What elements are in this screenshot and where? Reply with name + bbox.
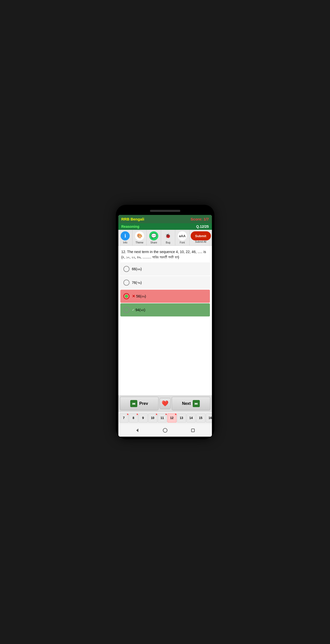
svg-marker-0 [136,429,138,432]
recents-button[interactable] [189,427,197,434]
q-num-13[interactable]: 13 [177,413,186,423]
theme-button[interactable]: 🎨 Theme [133,230,147,245]
question-text: 12. The next term in the sequence 4, 10,… [121,250,206,254]
prev-button[interactable]: ⏮ Prev [120,397,159,410]
header-top: RRB Bengali Score: 1/7 [118,215,212,223]
option-d[interactable]: ✓ 94(৯৪) [120,303,210,316]
submit-all-button[interactable]: Submit Submit All [190,230,212,245]
option-b-text: 76(৭৬) [132,281,142,285]
phone-notch [150,210,180,212]
heart-button[interactable]: ❤️ [160,398,171,409]
q-num-10[interactable]: 10 [148,413,157,423]
next-arrow-icon: ⏭ [193,400,200,407]
option-c[interactable]: ✕ 56(৫৬) [120,290,210,303]
q-num-12[interactable]: 12 [167,413,177,423]
svg-point-1 [163,428,167,432]
next-button[interactable]: Next ⏭ [172,397,210,410]
option-a[interactable]: 66(৬৬) [120,262,210,276]
bug-icon: 🐞 [163,231,172,240]
submit-label: Submit All [195,240,206,243]
option-a-text: 66(৬৬) [132,267,142,271]
back-button[interactable] [134,427,141,434]
subject-label: Reasoning [121,225,140,229]
system-nav [118,424,212,437]
score-display: Score: 1/7 [191,217,209,221]
options-area: 66(৬৬) 76(৭৬) ✕ 56(৫৬) ✓ 94(৯৪) [118,262,212,319]
option-d-text: 94(৯৪) [136,308,145,312]
option-b[interactable]: 76(৭৬) [120,276,210,289]
font-button[interactable]: aAA Font [175,230,189,245]
radio-c-inner [125,295,128,298]
question-strip: 7 8 9 10 11 12 13 14 15 16 17 18 [118,412,212,424]
info-icon: ℹ [121,231,130,240]
q-num-8[interactable]: 8 [129,413,138,423]
heart-icon: ❤️ [162,400,168,407]
next-label: Next [182,401,191,406]
radio-d [123,307,129,313]
q-num-14[interactable]: 14 [187,413,196,423]
bottom-nav: ⏮ Prev ❤️ Next ⏭ [118,395,212,412]
toolbar: ℹ Info 🎨 Theme 💬 Share 🐞 Bug aAA Font Su… [118,230,212,246]
correct-check-icon: ✓ [132,308,135,312]
submit-icon: Submit [191,231,211,240]
share-label: Share [150,241,157,244]
theme-icon: 🎨 [135,231,144,240]
bug-button[interactable]: 🐞 Bug [161,230,175,245]
option-c-text: 56(৫৬) [136,294,146,299]
question-text-bengali: (৪, ১০, ২২, ৪৬, ......... সারির পরবতীঁ প… [121,255,179,259]
question-area: 12. The next term in the sequence 4, 10,… [118,246,212,262]
question-number-display: Q.12/25 [196,225,209,229]
prev-label: Prev [139,401,148,406]
q-num-11[interactable]: 11 [158,413,167,423]
font-label: Font [180,241,185,244]
home-button[interactable] [161,427,169,434]
share-button[interactable]: 💬 Share [147,230,161,245]
theme-label: Theme [136,241,143,244]
q-num-16[interactable]: 16 [206,413,212,423]
q-num-9[interactable]: 9 [139,413,148,423]
app-title: RRB Bengali [121,217,144,221]
radio-a [123,266,129,272]
q-num-15[interactable]: 15 [196,413,205,423]
prev-arrow-icon: ⏮ [130,400,137,407]
svg-rect-2 [191,429,194,432]
share-icon: 💬 [149,231,158,240]
bug-label: Bug [166,241,170,244]
q-num-7[interactable]: 7 [119,413,128,423]
content-spacer [118,319,212,395]
info-button[interactable]: ℹ Info [118,230,133,245]
wrong-x-icon: ✕ [132,294,135,299]
radio-b [123,280,129,286]
info-label: Info [123,241,127,244]
radio-c [123,293,129,299]
font-icon: aAA [178,231,187,240]
header-sub: Reasoning Q.12/25 [118,223,212,230]
